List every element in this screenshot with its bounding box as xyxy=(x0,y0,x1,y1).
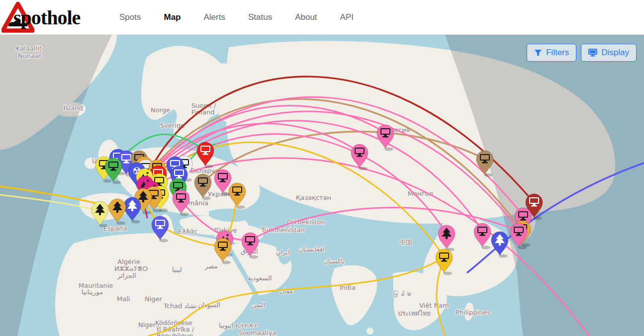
map-label: Philippines xyxy=(456,309,490,316)
map-label: ایران xyxy=(276,249,290,256)
nav-map[interactable]: Map xyxy=(164,12,181,22)
map-label: 中国 xyxy=(399,239,412,246)
map-label: Soomaaliya xyxy=(239,329,276,336)
map-label: Nunaat xyxy=(18,52,41,60)
display-button-label: Display xyxy=(601,48,629,58)
nav-spots[interactable]: Spots xyxy=(119,12,141,22)
nav-status[interactable]: Status xyxy=(248,12,272,22)
map-label: Tchad تشاد xyxy=(163,302,197,310)
filter-funnel-icon xyxy=(534,49,542,57)
map-pin-tree[interactable] xyxy=(124,197,141,224)
map-label: Algérie xyxy=(117,258,140,265)
map-label: اليمن xyxy=(251,301,266,309)
map-label: Việt Nam xyxy=(419,302,449,309)
nav-about[interactable]: About xyxy=(295,12,317,22)
map-label: ليبيا xyxy=(172,266,182,273)
map-label: République xyxy=(157,332,193,336)
map-label: Niger xyxy=(145,295,163,303)
map-label: မြန်မာ xyxy=(392,290,411,298)
display-button[interactable]: Display xyxy=(581,44,637,62)
app-header: spothole Spots Map Alerts Status About A… xyxy=(0,0,644,35)
filters-button[interactable]: Filters xyxy=(527,44,576,62)
display-monitor-icon xyxy=(588,49,597,57)
map-label: مصر xyxy=(204,262,217,270)
map-pin-tree[interactable] xyxy=(109,199,126,225)
main-nav: Spots Map Alerts Status About API xyxy=(119,12,354,22)
nav-api[interactable]: API xyxy=(340,12,354,22)
map-label: Ísland xyxy=(64,104,83,112)
map-label: افغانستان xyxy=(298,246,325,253)
map-label: باكستان xyxy=(323,257,345,265)
map-label: Mali xyxy=(117,295,130,303)
map-label: Kalaallit xyxy=(16,45,42,52)
map-controls: Filters Display xyxy=(527,44,637,62)
map-label: Norge xyxy=(151,106,170,114)
logo-text: spothole xyxy=(13,6,80,29)
map-label: إثيوبيا ኢትዮጵያ xyxy=(219,322,258,330)
map-label: الجزائر xyxy=(117,272,136,280)
map-label: ประเทศไทย xyxy=(398,310,431,317)
world-map: KalaallitNunaatÍslandNorgeSverigeSuomi /… xyxy=(0,35,644,336)
map-pin-tree[interactable] xyxy=(92,201,108,228)
nav-alerts[interactable]: Alerts xyxy=(203,12,225,22)
map-view[interactable]: KalaallitNunaatÍslandNorgeSverigeSuomi /… xyxy=(0,35,644,336)
map-label: Қазақстан xyxy=(296,194,331,201)
map-label: ⵍⵣⵣⴰⵢⴻⵔ xyxy=(114,265,148,272)
map-label: موريتانيا xyxy=(82,288,103,296)
filters-button-label: Filters xyxy=(546,48,569,58)
map-label: السعودية xyxy=(248,274,272,282)
map-label: Ελλάς xyxy=(178,228,198,235)
logo[interactable]: spothole xyxy=(0,0,114,35)
